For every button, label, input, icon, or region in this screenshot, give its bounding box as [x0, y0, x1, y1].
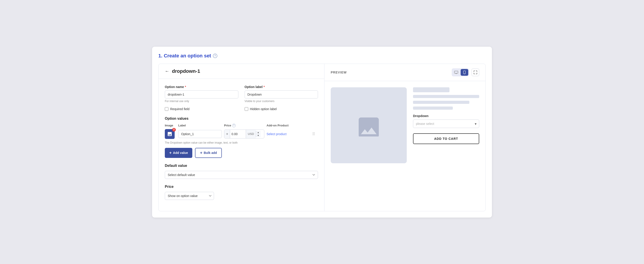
required-star-2: *	[264, 85, 264, 89]
hidden-label-group: Hidden option label	[245, 104, 318, 111]
preview-body: Dropdown please select ▾ ADD TO CART	[324, 81, 486, 211]
price-up-btn[interactable]: ▲	[256, 131, 260, 134]
add-value-icon: +	[169, 151, 172, 155]
hidden-label-checkbox[interactable]	[245, 107, 248, 111]
default-value-title: Default value	[165, 164, 318, 168]
outer-card: 1. Create an option set ? ← dropdown-1 O…	[152, 47, 492, 218]
price-section-title: Price	[165, 185, 318, 189]
option-row: 0 + USD ▲ ▼ Select product ⠿	[165, 129, 318, 139]
bulk-add-label: Bulk add	[204, 151, 217, 155]
add-value-label: Add value	[173, 151, 188, 155]
dropdown-section: Dropdown please select ▾	[413, 114, 479, 128]
drag-handle[interactable]: ⠿	[309, 132, 318, 136]
checkbox-row: Required field Hidden option label	[165, 104, 318, 111]
back-button[interactable]: ←	[165, 69, 169, 74]
svg-rect-1	[456, 73, 457, 74]
default-value-section: Default value Select default value	[165, 164, 318, 179]
main-content: ← dropdown-1 Option name * For internal …	[158, 64, 486, 211]
option-label-group: Option label * Visible to your customers	[245, 85, 318, 103]
col-addon: Add-on Product	[266, 124, 307, 127]
svg-rect-0	[454, 71, 458, 73]
required-field-checkbox[interactable]	[165, 107, 168, 111]
skeleton-line2	[413, 101, 469, 104]
left-panel: ← dropdown-1 Option name * For internal …	[158, 64, 324, 211]
right-panel: PREVIEW	[324, 64, 486, 211]
dropdown-label: Dropdown	[413, 114, 479, 118]
preview-dropdown-select[interactable]: please select	[413, 119, 479, 128]
option-name-group: Option name * For internal use only	[165, 85, 238, 103]
price-input[interactable]	[230, 130, 246, 138]
bulk-add-button[interactable]: + Bulk add	[195, 148, 222, 158]
required-field-text: Required field	[170, 107, 190, 111]
col-price: Price ?	[224, 124, 264, 127]
price-plus-sign: +	[224, 130, 230, 138]
select-product-link[interactable]: Select product	[266, 132, 307, 136]
hidden-label-label[interactable]: Hidden option label	[245, 107, 318, 111]
add-value-button[interactable]: + Add value	[165, 148, 192, 158]
product-image-placeholder	[331, 87, 407, 163]
mobile-view-btn[interactable]	[461, 69, 468, 76]
price-info-icon[interactable]: ?	[232, 124, 236, 127]
option-name-label: Option name *	[165, 85, 238, 89]
preview-controls	[452, 68, 479, 76]
expand-btn[interactable]	[472, 69, 479, 76]
product-info: Dropdown please select ▾ ADD TO CART	[413, 87, 479, 205]
image-thumb[interactable]: 0	[165, 129, 175, 139]
preview-header: PREVIEW	[324, 64, 486, 81]
view-toggle	[452, 68, 469, 76]
preview-title: PREVIEW	[331, 71, 347, 74]
btn-row: + Add value + Bulk add	[165, 148, 318, 158]
help-icon[interactable]: ?	[213, 54, 217, 58]
hidden-label-text: Hidden option label	[250, 107, 277, 111]
page-title: 1. Create an option set ?	[158, 53, 486, 59]
skeleton-line3	[413, 107, 453, 110]
dropdown-title: dropdown-1	[172, 68, 200, 74]
skeleton-line1	[413, 95, 479, 98]
option-label-label: Option label *	[245, 85, 318, 89]
page-title-text: 1. Create an option set	[158, 53, 211, 59]
price-display-select[interactable]: Show on option value Show as total Hide …	[165, 192, 214, 200]
option-hint: The Dropdown option value can be either …	[165, 141, 318, 144]
required-star: *	[185, 85, 186, 89]
price-section: Price Show on option value Show as total…	[165, 185, 318, 200]
required-field-group: Required field	[165, 104, 238, 111]
bulk-add-icon: +	[200, 151, 202, 155]
name-label-row: Option name * For internal use only Opti…	[165, 85, 318, 103]
dropdown-select-wrapper: please select ▾	[413, 119, 479, 128]
add-to-cart-button[interactable]: ADD TO CART	[413, 133, 479, 144]
required-field-label[interactable]: Required field	[165, 107, 238, 111]
image-badge: 0	[172, 128, 176, 132]
option-label-input[interactable]	[245, 90, 318, 98]
panel-header: ← dropdown-1	[158, 64, 324, 79]
price-currency: USD	[246, 130, 256, 138]
svg-point-3	[464, 73, 465, 74]
default-value-select[interactable]: Select default value	[165, 171, 318, 179]
desktop-view-btn[interactable]	[452, 69, 460, 76]
option-name-input[interactable]	[165, 90, 238, 98]
price-down-btn[interactable]: ▼	[256, 134, 260, 137]
col-image: Image	[165, 124, 176, 127]
col-label: Label	[178, 124, 222, 127]
panel-body: Option name * For internal use only Opti…	[158, 79, 324, 211]
option-values-title: Option values	[165, 117, 318, 121]
price-stepper: ▲ ▼	[256, 131, 260, 137]
skeleton-title	[413, 87, 450, 92]
price-input-group: + USD ▲ ▼	[224, 130, 264, 138]
option-values-header: Image Label Price ? Add-on Product	[165, 124, 318, 127]
option-name-hint: For internal use only	[165, 100, 238, 103]
option-label-hint: Visible to your customers	[245, 100, 318, 103]
option-value-label-input[interactable]	[178, 130, 222, 138]
